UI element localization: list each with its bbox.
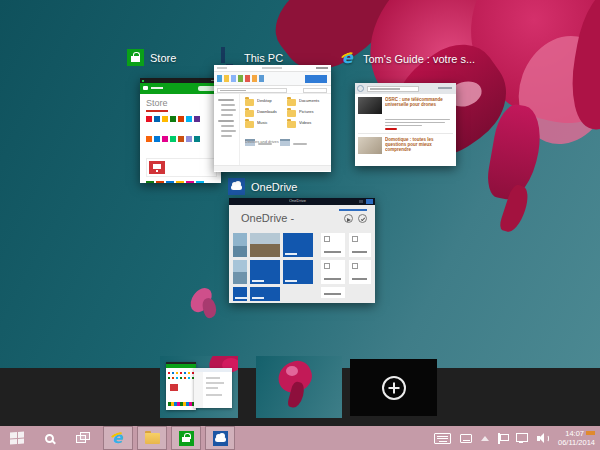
task-view-button[interactable] [71, 426, 95, 450]
select-button[interactable] [358, 214, 367, 223]
touch-keyboard-icon[interactable] [434, 433, 451, 444]
system-tray: 14:07 06/11/2014 [434, 429, 600, 448]
store-icon [179, 431, 194, 446]
explorer-files-pane: Desktop Downloads Music Documents Pictur… [240, 94, 331, 165]
article-1: OSRC : une télécommande universelle pour… [358, 97, 453, 130]
store-app-icons-row [146, 136, 217, 154]
search-icon [45, 434, 54, 443]
thumbnail-label-text: OneDrive [251, 181, 297, 193]
thumbnail-label-text: Store [150, 52, 176, 64]
store-heading: Store [146, 98, 217, 108]
store-body: Store [140, 94, 221, 183]
taskbar-internet-explorer[interactable]: e [103, 426, 133, 450]
store-featured-card [146, 158, 217, 177]
onedrive-icon [228, 178, 245, 195]
thumbnail-label-text: Tom's Guide : votre s... [363, 53, 475, 65]
folders-column-2: Documents Pictures Videos [287, 97, 329, 130]
taskbar-onedrive[interactable] [205, 426, 235, 450]
network-icon[interactable] [516, 433, 528, 443]
article-2: Domotique : toutes les questions pour mi… [358, 137, 453, 166]
drives-section-heading: Devices and drives [245, 140, 279, 144]
onedrive-heading: OneDrive - [241, 212, 294, 224]
thumbnail-label-text: This PC [244, 52, 283, 64]
store-header [140, 83, 221, 94]
taskbar-file-explorer[interactable] [137, 426, 167, 450]
action-center-flag-icon[interactable] [498, 433, 507, 444]
desktop-thumbnail-2[interactable] [256, 356, 342, 418]
store-subtitle-bar [146, 110, 168, 112]
explorer-address-bar [214, 86, 331, 94]
clock-date: 06/11/2014 [558, 438, 595, 447]
store-icon [127, 49, 144, 66]
windows-logo-icon [10, 431, 24, 444]
taskbar-clock[interactable]: 14:07 06/11/2014 [558, 429, 595, 448]
thumbnail-label-this-pc[interactable]: This PC [221, 49, 283, 66]
taskbar: e 14:07 06/11/2014 [0, 426, 600, 450]
onedrive-titlebar: OneDrive [229, 198, 375, 205]
window-thumbnail-toms-guide[interactable]: OSRC : une télécommande universelle pour… [355, 83, 456, 166]
explorer-content: Desktop Downloads Music Documents Pictur… [214, 94, 331, 165]
explorer-titlebar [214, 65, 331, 72]
add-desktop-button[interactable] [350, 359, 437, 416]
show-hidden-icons-button[interactable] [481, 436, 489, 441]
taskbar-store[interactable] [171, 426, 201, 450]
search-button[interactable] [37, 426, 61, 450]
notification-badge [586, 431, 595, 435]
this-pc-icon [221, 49, 238, 66]
internet-explorer-icon: e [340, 50, 357, 67]
volume-icon[interactable] [537, 433, 549, 444]
task-view-screen: Store Store [0, 0, 600, 450]
explorer-ribbon [214, 72, 331, 86]
ie-page-body: OSRC : une télécommande universelle pour… [355, 94, 456, 166]
onedrive-body: OneDrive - [229, 205, 375, 303]
sync-button[interactable] [344, 214, 353, 223]
window-thumbnail-store[interactable]: Store [140, 78, 221, 183]
file-explorer-icon [145, 433, 160, 444]
desktop-thumbnail-1[interactable] [160, 356, 238, 418]
internet-explorer-icon: e [110, 430, 126, 446]
add-desktop-plus-icon [382, 376, 406, 400]
thumbnail-label-toms-guide[interactable]: e Tom's Guide : votre s... [340, 50, 475, 67]
onedrive-icon [213, 431, 228, 446]
clock-time: 14:07 [565, 429, 584, 438]
start-button[interactable] [5, 426, 29, 450]
window-thumbnail-this-pc[interactable]: Desktop Downloads Music Documents Pictur… [214, 65, 331, 172]
store-tiles-row [146, 181, 217, 183]
article-headline: Domotique : toutes les questions pour mi… [385, 137, 453, 152]
explorer-nav-pane [214, 94, 240, 165]
ie-chrome-bar [355, 83, 456, 94]
onedrive-link-bar [339, 209, 367, 211]
thumbnail-label-onedrive[interactable]: OneDrive [228, 178, 297, 195]
store-app-icons-row [146, 116, 217, 134]
folders-column-1: Desktop Downloads Music [245, 97, 287, 130]
input-indicator-icon[interactable] [460, 434, 472, 443]
explorer-status-bar [214, 165, 331, 171]
article-headline: OSRC : une télécommande universelle pour… [385, 97, 453, 107]
task-view-icon [76, 432, 90, 444]
window-thumbnail-onedrive[interactable]: OneDrive OneDrive - [229, 198, 375, 303]
thumbnail-label-store[interactable]: Store [127, 49, 176, 66]
